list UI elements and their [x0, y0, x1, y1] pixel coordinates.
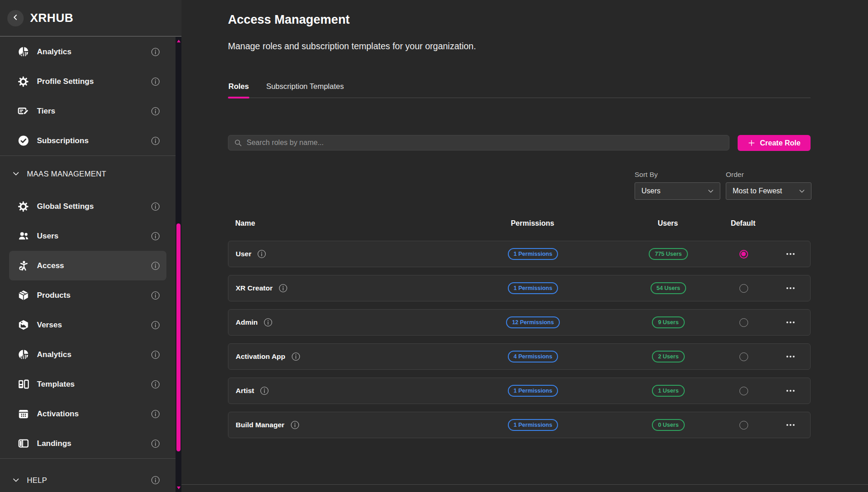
sidebar-item-verses[interactable]: Verses [9, 310, 166, 340]
table-row: Build Manager1 Permissions0 Users [228, 412, 811, 438]
default-radio[interactable] [739, 387, 748, 395]
info-icon[interactable] [151, 261, 160, 270]
info-icon[interactable] [151, 291, 160, 300]
analytics-icon [17, 46, 29, 58]
info-icon[interactable] [151, 350, 160, 359]
users-badge[interactable]: 54 Users [651, 282, 686, 294]
sidebar-collapse-button[interactable] [7, 10, 24, 26]
default-radio[interactable] [739, 250, 748, 259]
role-name: User [236, 250, 251, 258]
order-label: Order [726, 171, 744, 179]
sidebar-item-templates[interactable]: Templates [9, 369, 166, 399]
sidebar-item-global-settings[interactable]: Global Settings [9, 192, 166, 221]
info-icon[interactable] [151, 321, 160, 330]
sidebar-header: XRHUB [0, 0, 181, 36]
permissions-badge[interactable]: 1 Permissions [508, 419, 558, 431]
scroll-down-arrow-icon[interactable] [177, 487, 181, 489]
info-icon[interactable] [151, 476, 160, 485]
tab-subscription-templates[interactable]: Subscription Templates [266, 75, 344, 98]
row-menu-button[interactable] [784, 387, 797, 394]
sidebar-section-maas[interactable]: MAAS MANAGEMENT [0, 156, 176, 192]
info-icon[interactable] [151, 439, 160, 448]
column-header-permissions: Permissions [511, 219, 554, 228]
chevron-down-icon [12, 170, 20, 178]
info-icon[interactable] [151, 202, 160, 211]
info-icon[interactable] [151, 136, 160, 145]
permissions-badge[interactable]: 1 Permissions [508, 248, 558, 260]
permissions-badge[interactable]: 4 Permissions [508, 351, 558, 363]
users-icon [17, 230, 29, 242]
row-menu-button[interactable] [784, 285, 797, 292]
default-radio[interactable] [739, 284, 748, 293]
sidebar-item-label: Subscriptions [37, 136, 88, 145]
users-badge[interactable]: 0 Users [652, 419, 684, 431]
scroll-up-arrow-icon[interactable] [177, 40, 181, 42]
sidebar-item-label: Verses [37, 321, 62, 330]
info-icon[interactable] [151, 107, 160, 116]
page-subtitle: Manage roles and subscription templates … [228, 41, 476, 52]
users-badge[interactable]: 9 Users [652, 316, 684, 328]
row-menu-button[interactable] [784, 353, 797, 360]
sidebar-item-products[interactable]: Products [9, 280, 166, 310]
info-icon[interactable] [264, 318, 273, 327]
default-radio[interactable] [739, 421, 748, 430]
role-name-cell: Admin [228, 318, 484, 327]
gear-icon [17, 76, 29, 88]
search-icon [234, 139, 242, 147]
info-icon[interactable] [291, 352, 300, 361]
plus-icon [748, 139, 755, 147]
column-header-default: Default [731, 219, 755, 228]
info-icon[interactable] [151, 409, 160, 419]
permissions-badge[interactable]: 1 Permissions [508, 385, 558, 397]
role-name-cell: Artist [228, 386, 484, 395]
sidebar-item-tiers[interactable]: Tiers [9, 96, 166, 126]
search-roles-input[interactable] [247, 139, 723, 147]
sidebar-item-subscriptions[interactable]: Subscriptions [9, 126, 166, 155]
sidebar-item-access[interactable]: Access [9, 251, 166, 280]
info-icon[interactable] [260, 386, 269, 395]
info-icon[interactable] [257, 249, 266, 259]
create-role-button[interactable]: Create Role [738, 135, 811, 151]
row-menu-button[interactable] [784, 421, 797, 429]
sidebar-item-label: Products [37, 291, 71, 300]
sidebar-scrollbar-thumb[interactable] [176, 223, 181, 451]
permissions-badge[interactable]: 1 Permissions [508, 282, 558, 294]
column-header-name: Name [228, 219, 255, 228]
table-header: Name Permissions Users Default [228, 217, 811, 230]
sidebar-item-analytics[interactable]: Analytics [9, 340, 166, 369]
column-header-users: Users [658, 219, 678, 228]
sidebar-item-landings[interactable]: Landings [9, 429, 166, 458]
sidebar-item-activations[interactable]: Activations [9, 399, 166, 429]
order-select[interactable]: Most to Fewest [726, 182, 811, 200]
role-name: Build Manager [236, 421, 284, 429]
users-badge[interactable]: 775 Users [649, 248, 687, 260]
row-menu-button[interactable] [784, 250, 797, 258]
sidebar-item-profile-settings[interactable]: Profile Settings [9, 67, 166, 96]
sidebar: XRHUB AnalyticsProfile SettingsTiersSubs… [0, 0, 181, 492]
sort-by-select[interactable]: Users [635, 182, 720, 200]
info-icon[interactable] [151, 380, 160, 389]
default-radio[interactable] [739, 318, 748, 327]
tab-roles[interactable]: Roles [228, 75, 249, 98]
info-icon[interactable] [151, 77, 160, 86]
sidebar-item-users[interactable]: Users [9, 221, 166, 251]
sidebar-section-help[interactable]: HELP [0, 459, 176, 492]
layout-icon [17, 438, 29, 450]
role-name: Artist [236, 387, 254, 395]
roles-table: User1 Permissions775 UsersXR Creator1 Pe… [228, 241, 811, 446]
info-icon[interactable] [151, 232, 160, 241]
info-icon[interactable] [151, 47, 160, 57]
default-radio[interactable] [739, 352, 748, 361]
users-badge[interactable]: 1 Users [652, 385, 684, 397]
calendar-icon [17, 408, 29, 420]
role-name-cell: User [228, 249, 484, 259]
users-badge[interactable]: 2 Users [652, 351, 684, 363]
row-menu-button[interactable] [784, 319, 797, 326]
order-value: Most to Fewest [733, 187, 782, 195]
info-icon[interactable] [290, 420, 300, 430]
sidebar-scrollbar[interactable] [176, 37, 181, 492]
permissions-badge[interactable]: 12 Permissions [506, 316, 560, 328]
sidebar-item-analytics[interactable]: Analytics [9, 37, 166, 67]
info-icon[interactable] [279, 284, 288, 293]
table-row: XR Creator1 Permissions54 Users [228, 275, 811, 301]
